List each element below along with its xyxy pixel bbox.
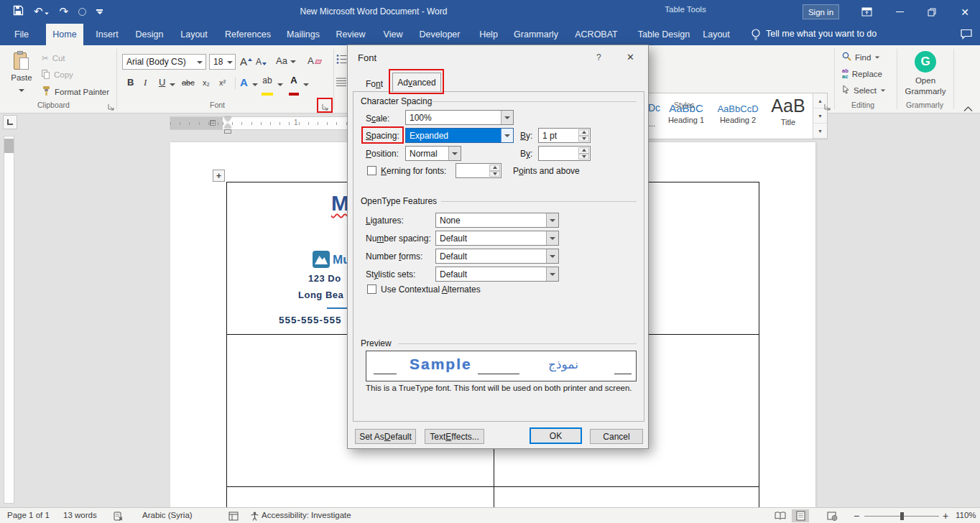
grow-font-button[interactable]: A — [240, 55, 252, 68]
tab-file[interactable]: File — [7, 24, 36, 45]
position-by-spinner[interactable] — [538, 146, 591, 161]
dialog-help-icon[interactable]: ? — [596, 52, 601, 63]
tab-acrobat[interactable]: ACROBAT — [573, 24, 619, 45]
spin-up-icon[interactable] — [489, 165, 500, 171]
font-size-combo[interactable]: 18 — [209, 54, 236, 70]
left-indent-marker[interactable] — [224, 129, 231, 134]
tab-review[interactable]: Review — [333, 24, 368, 45]
table-column-marker-icon[interactable] — [210, 120, 216, 126]
contextual-alternates-checkbox[interactable] — [367, 284, 376, 294]
tab-layout[interactable]: Layout — [177, 24, 211, 45]
font-name-combo[interactable]: Arial (Body CS) — [122, 54, 206, 70]
strikethrough-button[interactable]: abc — [182, 78, 195, 87]
text-effects-button[interactable]: Text Effects... — [425, 429, 484, 444]
cut-button[interactable]: ✂ Cut — [42, 53, 65, 63]
sign-in-button[interactable]: Sign in — [803, 4, 839, 19]
kerning-spinner[interactable] — [456, 163, 501, 178]
scale-combo[interactable]: 100% — [405, 110, 514, 125]
tab-insert[interactable]: Insert — [91, 24, 124, 45]
underline-button[interactable]: U — [159, 77, 165, 88]
customize-qat-icon[interactable] — [96, 9, 103, 14]
minimize-button[interactable] — [889, 0, 910, 24]
style-title[interactable]: AaB Title — [764, 95, 813, 138]
first-line-indent-marker[interactable] — [224, 117, 231, 121]
spin-up-icon[interactable] — [578, 129, 589, 136]
undo-icon[interactable]: ↶ — [34, 6, 50, 17]
language-indicator[interactable]: Arabic (Syria) — [142, 511, 193, 519]
spacing-by-spinner[interactable]: 1 pt — [538, 128, 591, 143]
paste-button[interactable]: Paste — [6, 50, 37, 97]
subscript-button[interactable]: x₂ — [203, 78, 210, 87]
style-heading2[interactable]: AaBbCcD Heading 2 — [713, 95, 762, 138]
restore-button[interactable] — [922, 0, 942, 24]
dialog-tab-font[interactable]: Font — [359, 75, 389, 92]
clear-formatting-button[interactable]: A — [308, 55, 321, 66]
dialog-tab-advanced[interactable]: Advanced — [392, 73, 441, 92]
spin-down-icon[interactable] — [489, 171, 500, 177]
find-button[interactable]: Find — [842, 52, 880, 63]
change-case-button[interactable]: Aa — [276, 55, 296, 66]
table-move-handle[interactable]: + — [213, 170, 225, 182]
comment-icon[interactable] — [961, 29, 972, 42]
tab-mailings[interactable]: Mailings — [283, 24, 323, 45]
print-layout-button[interactable] — [792, 509, 809, 522]
tab-help[interactable]: Help — [474, 24, 503, 45]
font-dialog-launcher-icon[interactable] — [321, 101, 328, 114]
tell-me-box[interactable]: Tell me what you want to do — [766, 29, 877, 39]
text-effects-button[interactable]: A — [240, 76, 248, 88]
clipboard-dialog-launcher-icon[interactable] — [107, 101, 114, 114]
tab-stop-selector[interactable] — [3, 115, 17, 129]
collapse-ribbon-icon[interactable] — [963, 102, 973, 115]
proofing-status-icon[interactable] — [114, 512, 124, 522]
tab-home[interactable]: Home — [46, 24, 83, 45]
hanging-indent-marker[interactable] — [224, 124, 231, 128]
highlight-button[interactable]: ab — [262, 75, 273, 98]
spacing-combo[interactable]: Expanded — [405, 128, 514, 143]
shrink-font-button[interactable]: A — [256, 57, 267, 67]
font-color-chevron-icon[interactable] — [303, 83, 309, 86]
spin-down-icon[interactable] — [578, 154, 589, 160]
tab-grammarly[interactable]: Grammarly — [512, 24, 560, 45]
select-button[interactable]: Select — [842, 85, 886, 96]
number-forms-combo[interactable]: Default — [435, 249, 559, 264]
superscript-button[interactable]: x² — [219, 78, 226, 87]
zoom-in-button[interactable]: + — [943, 510, 948, 522]
tab-table-layout[interactable]: Layout — [698, 24, 734, 45]
replace-button[interactable]: ab ac Replace — [842, 68, 882, 79]
underline-chevron-icon[interactable] — [170, 83, 175, 86]
copy-button[interactable]: Copy — [42, 70, 73, 79]
highlight-chevron-icon[interactable] — [277, 83, 283, 86]
macro-recording-icon[interactable] — [228, 512, 239, 522]
tab-view[interactable]: View — [378, 24, 408, 45]
tab-table-design[interactable]: Table Design — [635, 24, 693, 45]
zoom-slider-thumb[interactable] — [900, 512, 904, 520]
set-as-default-button[interactable]: Set As Default — [355, 429, 416, 444]
number-spacing-combo[interactable]: Default — [435, 231, 559, 246]
accessibility-icon[interactable] — [250, 512, 259, 522]
italic-button[interactable]: I — [144, 77, 147, 88]
dialog-close-icon[interactable]: ✕ — [627, 52, 634, 63]
tab-design[interactable]: Design — [132, 24, 167, 45]
page-indicator[interactable]: Page 1 of 1 — [7, 511, 50, 519]
ribbon-display-options-icon[interactable] — [859, 0, 874, 24]
spin-down-icon[interactable] — [578, 136, 589, 142]
tab-references[interactable]: References — [224, 24, 272, 45]
zoom-out-button[interactable]: − — [854, 510, 859, 522]
kerning-checkbox[interactable] — [367, 166, 376, 175]
cancel-button[interactable]: Cancel — [590, 429, 643, 444]
word-count[interactable]: 13 words — [63, 511, 97, 519]
font-color-button[interactable]: A — [289, 75, 299, 98]
ok-button[interactable]: OK — [530, 427, 582, 444]
web-layout-button[interactable] — [823, 509, 841, 522]
justify-icon[interactable] — [336, 77, 346, 90]
text-effects-chevron-icon[interactable] — [252, 83, 258, 86]
accessibility-status[interactable]: Accessibility: Investigate — [262, 511, 351, 519]
close-button[interactable]: ✕ — [954, 0, 976, 24]
read-mode-button[interactable] — [772, 509, 789, 522]
zoom-percentage[interactable]: 110% — [956, 511, 976, 519]
stylistic-sets-combo[interactable]: Default — [435, 267, 559, 282]
styles-dialog-launcher-icon[interactable] — [823, 101, 831, 114]
redo-icon[interactable]: ↷ — [60, 6, 69, 17]
tab-developer[interactable]: Developer — [417, 24, 463, 45]
open-grammarly-button[interactable]: G Open Grammarly — [900, 51, 951, 97]
